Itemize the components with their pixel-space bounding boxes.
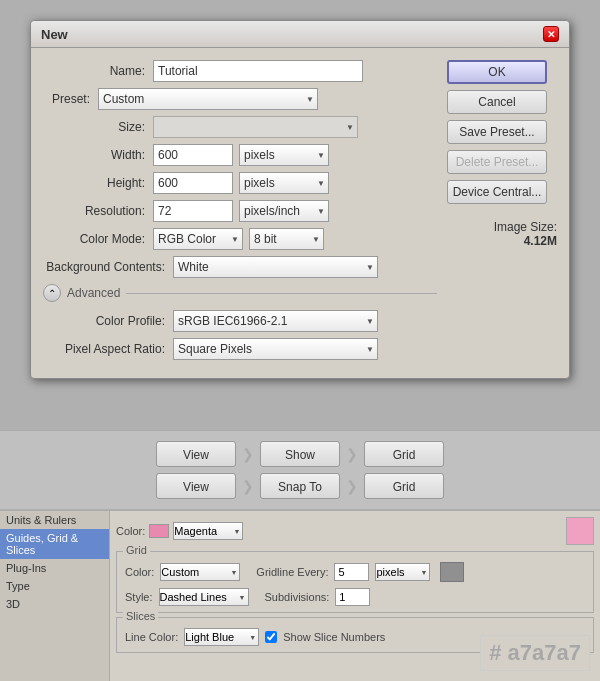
advanced-toggle-button[interactable]: ⌃: [43, 284, 61, 302]
sidebar-item-units[interactable]: Units & Rulers: [0, 511, 109, 529]
snap-to-button[interactable]: Snap To: [260, 473, 340, 499]
color-name-select[interactable]: Magenta Cyan: [173, 522, 243, 540]
resolution-unit-wrapper: pixels/inch pixels/cm: [239, 200, 329, 222]
size-row: Size:: [43, 116, 437, 138]
view-button-2[interactable]: View: [156, 473, 236, 499]
subdivisions-label: Subdivisions:: [265, 591, 330, 603]
image-size-value: 4.12M: [447, 234, 557, 248]
image-size-area: Image Size: 4.12M: [447, 220, 557, 248]
preset-select-wrapper: Custom Default Photoshop Size Letter: [98, 88, 318, 110]
width-row: Width: pixels inches cm: [43, 144, 437, 166]
dialog-title: New: [41, 27, 68, 42]
show-button[interactable]: Show: [260, 441, 340, 467]
colormode-row: Color Mode: RGB Color CMYK Color 8 bit 1…: [43, 228, 437, 250]
resolution-label: Resolution:: [43, 204, 153, 218]
profile-select[interactable]: sRGB IEC61966-2.1 Adobe RGB: [173, 310, 378, 332]
height-row: Height: pixels inches: [43, 172, 437, 194]
settings-sidebar: Units & Rulers Guides, Grid & Slices Plu…: [0, 511, 110, 681]
bottom-button-area: View ❯ Show ❯ Grid View ❯ Snap To ❯ Grid: [0, 430, 600, 509]
gridline-label: Gridline Every:: [256, 566, 328, 578]
arrow-icon-4: ❯: [346, 478, 358, 494]
gridline-unit-wrapper: pixels inches: [375, 563, 430, 581]
grid-button-1[interactable]: Grid: [364, 441, 444, 467]
size-select[interactable]: [153, 116, 358, 138]
settings-panel: Units & Rulers Guides, Grid & Slices Plu…: [0, 510, 600, 681]
sidebar-item-guides[interactable]: Guides, Grid & Slices: [0, 529, 109, 559]
pink-swatch: [566, 517, 594, 545]
view-button-1[interactable]: View: [156, 441, 236, 467]
advanced-section: ⌃ Advanced Color Profile: sRGB IEC61966-…: [43, 284, 437, 360]
grid-color-select-wrapper: Custom Light Blue: [160, 563, 240, 581]
sidebar-item-plugins[interactable]: Plug-Ins: [0, 559, 109, 577]
grid-color-select[interactable]: Custom Light Blue: [160, 563, 240, 581]
new-dialog: New ✕ Name: Preset: Custom Default Photo…: [30, 20, 570, 379]
bg-row: Background Contents: White Background Co…: [43, 256, 437, 278]
device-central-button[interactable]: Device Central...: [447, 180, 547, 204]
grid-style-select-wrapper: Dashed Lines Lines Dots: [159, 588, 249, 606]
aspect-select[interactable]: Square Pixels D1/DV NTSC: [173, 338, 378, 360]
aspect-label: Pixel Aspect Ratio:: [43, 342, 173, 356]
color-name-wrapper: Magenta Cyan: [173, 522, 243, 540]
hex-badge: # a7a7a7: [480, 635, 590, 671]
height-unit-select[interactable]: pixels inches: [239, 172, 329, 194]
show-numbers-checkbox[interactable]: [265, 631, 277, 643]
grid-style-row: Style: Dashed Lines Lines Dots Subdivisi…: [125, 588, 585, 606]
sidebar-item-3d[interactable]: 3D: [0, 595, 109, 613]
resolution-input[interactable]: [153, 200, 233, 222]
dialog-titlebar: New ✕: [31, 21, 569, 48]
width-label: Width:: [43, 148, 153, 162]
ok-button[interactable]: OK: [447, 60, 547, 84]
bit-select-wrapper: 8 bit 16 bit 32 bit: [249, 228, 324, 250]
grid-style-label: Style:: [125, 591, 153, 603]
width-input[interactable]: [153, 144, 233, 166]
colormode-select[interactable]: RGB Color CMYK Color: [153, 228, 243, 250]
advanced-divider: [126, 293, 437, 294]
advanced-label: Advanced: [67, 286, 120, 300]
bg-select[interactable]: White Background Color Transparent: [173, 256, 378, 278]
preset-label: Preset:: [43, 92, 98, 106]
grid-section: Grid Color: Custom Light Blue Gridline E…: [116, 551, 594, 613]
button-row-2: View ❯ Snap To ❯ Grid: [156, 473, 444, 499]
arrow-icon-1: ❯: [242, 446, 254, 462]
image-size-label: Image Size:: [447, 220, 557, 234]
slices-section-title: Slices: [123, 610, 158, 622]
grid-custom-color-swatch: [440, 562, 464, 582]
colormode-select-wrapper: RGB Color CMYK Color: [153, 228, 243, 250]
grid-button-2[interactable]: Grid: [364, 473, 444, 499]
profile-label: Color Profile:: [43, 314, 173, 328]
cancel-button[interactable]: Cancel: [447, 90, 547, 114]
grid-style-select[interactable]: Dashed Lines Lines Dots: [159, 588, 249, 606]
name-input[interactable]: [153, 60, 363, 82]
color-label: Color:: [116, 525, 145, 537]
bit-select[interactable]: 8 bit 16 bit 32 bit: [249, 228, 324, 250]
delete-preset-button[interactable]: Delete Preset...: [447, 150, 547, 174]
grid-section-body: Color: Custom Light Blue Gridline Every:…: [125, 562, 585, 606]
height-input[interactable]: [153, 172, 233, 194]
width-unit-wrapper: pixels inches cm: [239, 144, 329, 166]
resolution-row: Resolution: pixels/inch pixels/cm: [43, 200, 437, 222]
name-row: Name:: [43, 60, 437, 82]
show-numbers-label: Show Slice Numbers: [283, 631, 385, 643]
color-area: Color: Magenta Cyan: [116, 522, 243, 540]
width-unit-select[interactable]: pixels inches cm: [239, 144, 329, 166]
gridline-unit-select[interactable]: pixels inches: [375, 563, 430, 581]
gridline-value-input[interactable]: [334, 563, 369, 581]
subdivisions-input[interactable]: [335, 588, 370, 606]
color-swatch-pink: [149, 524, 169, 538]
close-button[interactable]: ✕: [543, 26, 559, 42]
preset-select[interactable]: Custom Default Photoshop Size Letter: [98, 88, 318, 110]
grid-color-label: Color:: [125, 566, 154, 578]
button-row-1: View ❯ Show ❯ Grid: [156, 441, 444, 467]
line-color-label: Line Color:: [125, 631, 178, 643]
size-select-wrapper: [153, 116, 358, 138]
profile-select-wrapper: sRGB IEC61966-2.1 Adobe RGB: [173, 310, 378, 332]
resolution-unit-select[interactable]: pixels/inch pixels/cm: [239, 200, 329, 222]
line-color-select[interactable]: Light Blue Custom: [184, 628, 259, 646]
save-preset-button[interactable]: Save Preset...: [447, 120, 547, 144]
size-label: Size:: [43, 120, 153, 134]
profile-row: Color Profile: sRGB IEC61966-2.1 Adobe R…: [43, 310, 437, 332]
dialog-right-panel: OK Cancel Save Preset... Delete Preset..…: [447, 60, 557, 366]
line-color-select-wrapper: Light Blue Custom: [184, 628, 259, 646]
sidebar-item-type[interactable]: Type: [0, 577, 109, 595]
bg-label: Background Contents:: [43, 260, 173, 274]
